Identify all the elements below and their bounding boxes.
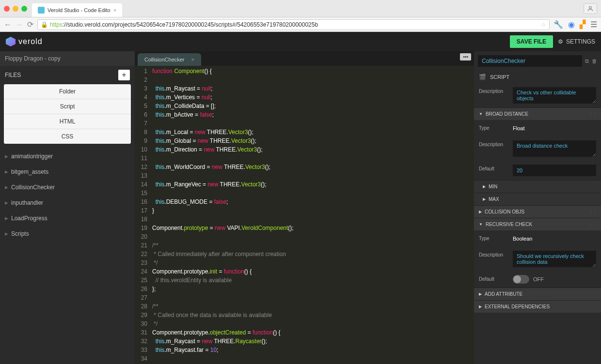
logo[interactable]: verold [6, 37, 43, 46]
type-value: Boolean [513, 234, 596, 243]
tab-label: CollisionChecker [144, 57, 185, 62]
settings-button[interactable]: ⚙ SETTINGS [558, 38, 595, 45]
chevron-down-icon: ▼ [479, 112, 483, 116]
chevron-down-icon: ▼ [479, 222, 483, 227]
tab-title: Verold Studio - Code Edito [47, 7, 111, 13]
drag-handle-icon[interactable]: ⋮⋮ [588, 209, 596, 214]
section-broad-distance[interactable]: ▼BROAD DISTANCE⋮⋮ [474, 107, 601, 120]
add-file-button[interactable]: + [118, 70, 130, 80]
description-label: Description [479, 140, 509, 147]
chevron-right-icon: ▶ [5, 200, 8, 205]
file-type-css[interactable]: CSS [4, 129, 131, 144]
tree-item[interactable]: ▶bitgem_assets [0, 164, 135, 180]
favicon-icon [38, 7, 45, 14]
section-min[interactable]: ▶MIN [474, 180, 601, 193]
tree-item[interactable]: ▶animationtrigger [0, 149, 135, 164]
gear-icon: ⚙ [558, 38, 563, 45]
chevron-right-icon: ▶ [483, 184, 486, 189]
browser-user-icon[interactable] [584, 3, 597, 14]
chevron-right-icon: ▶ [479, 210, 482, 214]
browser-tab[interactable]: Verold Studio - Code Edito × [32, 3, 122, 17]
toggle-label: OFF [533, 276, 544, 282]
breadcrumb[interactable]: Floppy Dragon - copy [0, 51, 135, 66]
chevron-right-icon: ▶ [5, 169, 8, 174]
tabs-overflow-button[interactable]: ••• [460, 53, 471, 61]
script-icon: 🎬 [479, 74, 486, 80]
chevron-right-icon: ▶ [483, 197, 486, 201]
asset-type-label: SCRIPT [490, 74, 509, 80]
url-protocol: https [50, 21, 63, 28]
chevron-right-icon: ▶ [479, 292, 482, 296]
file-tree: ▶animationtrigger ▶bitgem_assets ▶Collis… [0, 149, 135, 364]
forward-button[interactable]: → [16, 20, 23, 29]
tab-close-icon[interactable]: × [113, 7, 116, 13]
browser-navbar: ← → ⟳ 🔒 https ://studio.verold.com/proje… [0, 17, 601, 32]
file-type-menu: Folder Script HTML CSS [4, 84, 131, 144]
chevron-right-icon: ▶ [5, 154, 8, 159]
url-path: ://studio.verold.com/projects/5420654ce7… [63, 21, 318, 28]
section-collision-objs[interactable]: ▶COLLISION OBJS⋮⋮ [474, 205, 601, 218]
broad-desc-input[interactable] [513, 140, 596, 157]
window-maximize-icon[interactable] [21, 6, 27, 12]
reload-button[interactable]: ⟳ [27, 20, 33, 29]
logo-text: verold [18, 37, 43, 46]
browser-titlebar: Verold Studio - Code Edito × [0, 0, 601, 17]
tree-item[interactable]: ▶CollisionChecker [0, 180, 135, 195]
description-input[interactable] [513, 87, 596, 104]
lock-icon: 🔒 [41, 21, 48, 28]
type-label: Type [479, 234, 509, 241]
url-bar[interactable]: 🔒 https ://studio.verold.com/projects/54… [37, 19, 550, 30]
recursive-desc-input[interactable] [513, 251, 596, 267]
bookmark-icon[interactable]: ☆ [541, 21, 546, 28]
script-name-input[interactable] [478, 55, 582, 67]
inspector-panel: ⧉ 🗑 🎬 SCRIPT Description ▼BROAD DISTANCE… [474, 51, 601, 364]
svg-point-0 [589, 6, 592, 9]
chevron-right-icon: ▶ [5, 231, 8, 236]
section-recursive[interactable]: ▼RECURSIVE CHECK⋮⋮ [474, 218, 601, 230]
app-header: verold SAVE FILE ⚙ SETTINGS [0, 32, 601, 51]
type-label: Type [479, 124, 509, 131]
editor-tab[interactable]: CollisionChecker × [138, 53, 201, 66]
editor-tabs: CollisionChecker × ••• [135, 51, 474, 66]
trash-icon[interactable]: 🗑 [592, 58, 597, 64]
description-label: Description [479, 251, 509, 258]
chevron-right-icon: ▶ [5, 185, 8, 190]
sidebar: Floppy Dragon - copy FILES + Folder Scri… [0, 51, 135, 364]
window-minimize-icon[interactable] [13, 6, 18, 12]
default-label: Default [479, 275, 509, 282]
description-label: Description [479, 87, 509, 94]
type-value: Float [513, 124, 596, 133]
chevron-right-icon: ▶ [5, 216, 8, 221]
save-button[interactable]: SAVE FILE [510, 35, 553, 48]
code-editor: CollisionChecker × ••• 1function Compone… [135, 51, 474, 364]
broad-default-input[interactable] [513, 165, 596, 176]
back-button[interactable]: ← [4, 20, 12, 29]
extension-icon[interactable]: ◉ [568, 20, 575, 29]
duplicate-icon[interactable]: ⧉ [585, 58, 589, 64]
chevron-right-icon: ▶ [479, 304, 482, 309]
tree-item[interactable]: ▶LoadProgress [0, 211, 135, 226]
files-heading: FILES [5, 72, 21, 78]
tree-item[interactable]: ▶inputhandler [0, 195, 135, 211]
default-label: Default [479, 165, 509, 171]
section-add-attribute[interactable]: ▶ADD ATTRIBUTE [474, 288, 601, 300]
menu-icon[interactable]: ☰ [590, 20, 597, 29]
section-external-deps[interactable]: ▶EXTERNAL DEPENDENCIES [474, 300, 601, 313]
tree-item[interactable]: ▶Scripts [0, 226, 135, 242]
file-type-html[interactable]: HTML [4, 114, 131, 129]
file-type-script[interactable]: Script [4, 99, 131, 114]
window-close-icon[interactable] [4, 6, 10, 12]
settings-label: SETTINGS [566, 38, 595, 45]
drag-handle-icon[interactable]: ⋮⋮ [588, 222, 596, 227]
extension-icon[interactable]: 🔧 [554, 20, 563, 29]
file-type-folder[interactable]: Folder [4, 84, 131, 99]
logo-icon [6, 37, 16, 46]
drag-handle-icon[interactable]: ⋮⋮ [588, 111, 596, 117]
extension-icon[interactable]: ▞ [580, 20, 585, 29]
tab-close-icon[interactable]: × [191, 57, 194, 62]
section-max[interactable]: ▶MAX [474, 193, 601, 205]
code-area[interactable]: 1function Component() {23 this.m_Raycast… [135, 66, 474, 364]
recursive-default-toggle[interactable]: OFF [513, 275, 544, 284]
